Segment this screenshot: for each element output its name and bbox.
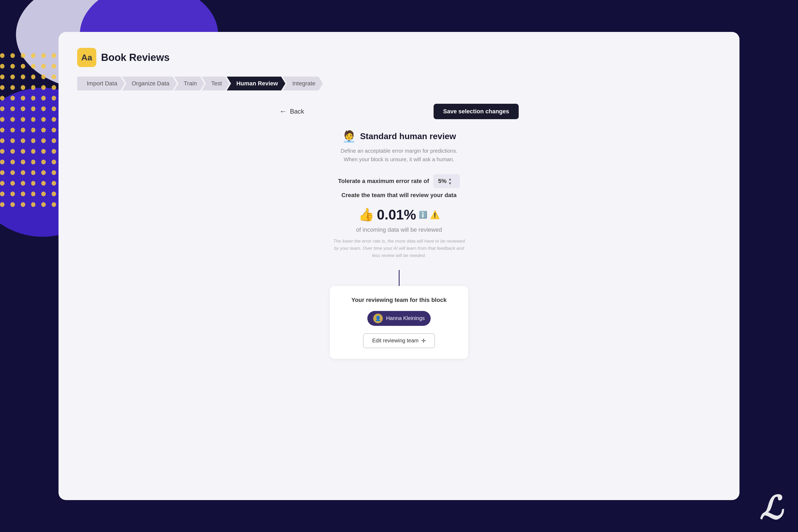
- stats-subtitle: of incoming data will be reviewed: [356, 226, 442, 233]
- edit-team-icon: ✛: [421, 338, 426, 344]
- step-organize-data[interactable]: Organize Data: [122, 77, 177, 91]
- brand-logo: ℒ: [759, 492, 782, 524]
- step-train[interactable]: Train: [174, 77, 204, 91]
- stats-percentage-row: 👍 0.01% ℹ️ ⚠️: [358, 207, 440, 223]
- team-member-chip: 👤 Hanna Kleinings: [367, 311, 431, 326]
- connector-line: [399, 270, 400, 286]
- error-rate-row: Tolerate a maximum error rate of 5% ▲ ▼: [338, 174, 460, 188]
- app-title: Book Reviews: [101, 52, 170, 63]
- create-team-label: Create the team that will review your da…: [342, 192, 457, 199]
- error-rate-input[interactable]: 5% ▲ ▼: [433, 174, 460, 188]
- save-selection-button[interactable]: Save selection changes: [434, 104, 519, 119]
- member-name: Hanna Kleinings: [386, 315, 425, 321]
- step-import-data[interactable]: Import Data: [77, 77, 125, 91]
- content-area: ← Back Save selection changes 🧑‍💼 Standa…: [77, 104, 721, 359]
- thumb-up-icon: 👍: [358, 207, 374, 222]
- error-rate-label: Tolerate a maximum error rate of: [338, 178, 429, 185]
- section-title: Standard human review: [360, 131, 456, 141]
- back-arrow-icon: ←: [279, 107, 287, 116]
- step-human-review[interactable]: Human Review: [227, 77, 285, 91]
- section-header: 🧑‍💼 Standard human review: [342, 130, 456, 143]
- step-integrate[interactable]: Integrate: [283, 77, 323, 91]
- section-icon: 🧑‍💼: [342, 130, 356, 143]
- team-box: Your reviewing team for this block 👤 Han…: [330, 286, 468, 359]
- bg-dots-grid: [0, 53, 66, 226]
- back-button[interactable]: ← Back: [279, 107, 304, 116]
- top-bar: ← Back Save selection changes: [279, 104, 519, 119]
- member-avatar: 👤: [373, 314, 383, 323]
- stats-percentage: 0.01%: [377, 207, 416, 223]
- app-header: Aa Book Reviews: [77, 48, 721, 67]
- main-card: Aa Book Reviews Import Data Organize Dat…: [58, 32, 740, 500]
- info-icon: ℹ️: [419, 211, 427, 219]
- section-description: Define an acceptable error margin for pr…: [341, 147, 457, 164]
- back-label: Back: [290, 108, 304, 115]
- edit-reviewing-team-button[interactable]: Edit reviewing team ✛: [363, 333, 435, 348]
- error-rate-spinner[interactable]: ▲ ▼: [448, 177, 452, 185]
- steps-nav: Import Data Organize Data Train Test Hum…: [77, 77, 721, 91]
- stats-footnote: The lower the error rate is, the more da…: [332, 238, 466, 259]
- warning-icon: ⚠️: [430, 210, 440, 220]
- team-box-title: Your reviewing team for this block: [352, 297, 446, 304]
- step-test[interactable]: Test: [202, 77, 229, 91]
- app-icon: Aa: [77, 48, 96, 67]
